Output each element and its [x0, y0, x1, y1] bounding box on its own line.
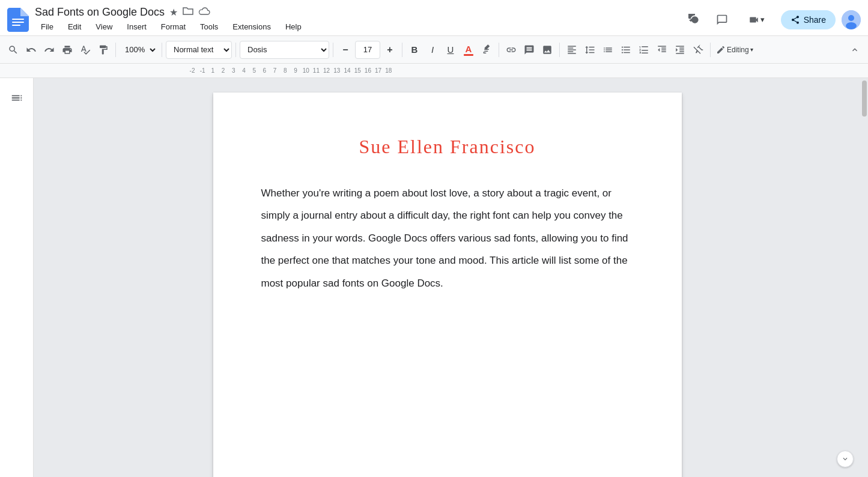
menu-format[interactable]: Format [155, 20, 192, 34]
separator-2 [162, 43, 162, 57]
doc-body-text: Whether you're writing a poem about lost… [261, 182, 634, 294]
checklist-button[interactable] [599, 41, 616, 59]
link-button[interactable] [503, 41, 520, 59]
image-button[interactable] [539, 41, 556, 59]
clear-format-button[interactable] [690, 41, 706, 59]
menu-bar: File Edit View Insert Format Tools Exten… [35, 20, 684, 34]
menu-file[interactable]: File [35, 20, 59, 34]
undo-button[interactable] [23, 41, 40, 59]
history-button[interactable] [684, 9, 705, 31]
menu-edit[interactable]: Edit [62, 20, 87, 34]
share-button[interactable]: Share [781, 10, 836, 29]
ruler: -2-1123456789101112131415161718 [0, 64, 868, 78]
style-select[interactable]: Normal text Heading 1 Heading 2 Heading … [166, 41, 232, 59]
scrollbar-right[interactable] [861, 78, 868, 477]
separator-8 [710, 43, 711, 57]
menu-extensions[interactable]: Extensions [226, 20, 277, 34]
search-button[interactable] [5, 41, 22, 59]
meet-button[interactable]: ▾ [739, 9, 775, 31]
line-spacing-button[interactable] [581, 41, 598, 59]
decrease-font-button[interactable]: − [337, 41, 354, 59]
print-button[interactable] [59, 41, 76, 59]
doc-page: Sue Ellen Francisco Whether you're writi… [213, 93, 682, 477]
bullet-list-button[interactable] [618, 41, 634, 59]
scrollbar-thumb[interactable] [862, 81, 867, 117]
doc-title-row: Sad Fonts on Google Docs ★ [35, 6, 684, 19]
italic-button[interactable]: I [424, 41, 441, 59]
sidebar-left [0, 78, 34, 477]
doc-area[interactable]: Sue Ellen Francisco Whether you're writi… [34, 78, 861, 477]
collapse-toolbar-button[interactable] [846, 41, 863, 59]
svg-rect-0 [12, 19, 24, 20]
document-title[interactable]: Sad Fonts on Google Docs [35, 6, 165, 19]
cloud-icon[interactable] [198, 7, 210, 17]
spellcheck-button[interactable] [77, 41, 94, 59]
svg-point-5 [846, 22, 857, 29]
text-color-indicator: A [464, 44, 473, 56]
redo-button[interactable] [41, 41, 58, 59]
separator-1 [115, 43, 116, 57]
separator-5 [402, 43, 402, 57]
highlight-button[interactable] [478, 41, 495, 59]
comment-button[interactable] [711, 9, 733, 31]
zoom-select[interactable]: 100% 75% 125% 150% [120, 41, 158, 59]
increase-indent-button[interactable] [672, 41, 688, 59]
share-label: Share [804, 15, 826, 25]
google-docs-icon [7, 8, 29, 32]
header-right: ▾ Share [684, 9, 861, 31]
editing-label: Editing [727, 46, 749, 54]
title-bar: Sad Fonts on Google Docs ★ File Edit Vie… [0, 0, 868, 36]
title-meta: Sad Fonts on Google Docs ★ File Edit Vie… [35, 6, 684, 34]
svg-point-4 [848, 15, 854, 21]
align-button[interactable] [563, 41, 580, 59]
svg-rect-1 [12, 22, 24, 23]
separator-3 [235, 43, 236, 57]
underline-button[interactable]: U [442, 41, 459, 59]
font-select[interactable]: Dosis Arial Times New Roman Roboto [240, 41, 329, 59]
editing-mode-button[interactable]: Editing ▾ [714, 41, 755, 59]
star-icon[interactable]: ★ [169, 7, 178, 18]
increase-font-button[interactable]: + [381, 41, 398, 59]
svg-rect-2 [12, 25, 20, 26]
menu-view[interactable]: View [90, 20, 118, 34]
separator-6 [499, 43, 499, 57]
comment-insert-button[interactable] [521, 41, 538, 59]
meet-label: ▾ [760, 15, 765, 24]
text-color-button[interactable]: A [460, 41, 477, 59]
menu-help[interactable]: Help [279, 20, 308, 34]
font-size-input[interactable] [355, 41, 380, 59]
main-area: Sue Ellen Francisco Whether you're writi… [0, 78, 868, 477]
decrease-indent-button[interactable] [654, 41, 670, 59]
doc-content-title: Sue Ellen Francisco [261, 136, 634, 158]
separator-4 [333, 43, 333, 57]
numbered-list-button[interactable] [636, 41, 652, 59]
editing-chevron: ▾ [750, 46, 753, 53]
paint-format-button[interactable] [95, 41, 112, 59]
ruler-inner: -2-1123456789101112131415161718 [186, 64, 667, 78]
user-avatar[interactable] [842, 10, 861, 29]
bold-button[interactable]: B [406, 41, 423, 59]
separator-7 [559, 43, 560, 57]
collapse-panel-button[interactable] [837, 451, 854, 467]
menu-insert[interactable]: Insert [121, 20, 153, 34]
outline-icon[interactable] [7, 88, 27, 111]
toolbar: 100% 75% 125% 150% Normal text Heading 1… [0, 36, 868, 64]
menu-tools[interactable]: Tools [194, 20, 224, 34]
folder-icon[interactable] [183, 6, 193, 18]
